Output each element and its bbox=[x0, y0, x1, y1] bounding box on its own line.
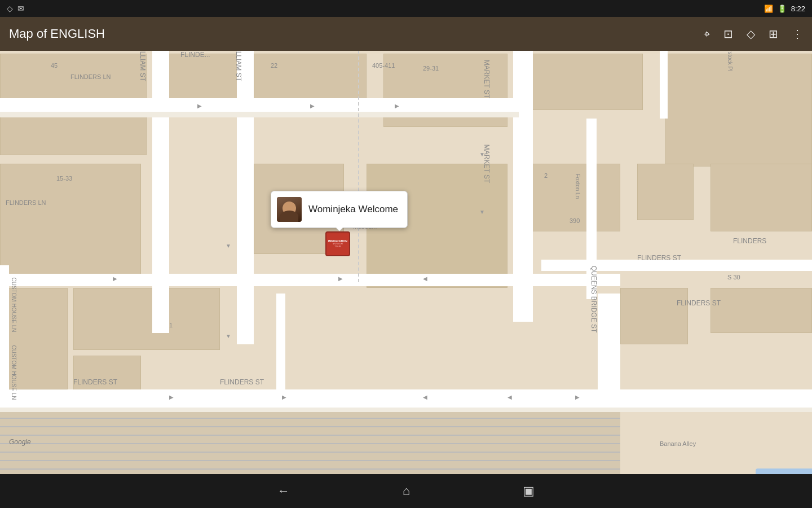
home-button[interactable]: ⌂ bbox=[403, 484, 410, 498]
popup-title: Wominjeka Welcome bbox=[308, 204, 398, 215]
building-2: 2 bbox=[544, 172, 548, 179]
flinders-st-label-2: FLINDERS ST bbox=[220, 378, 264, 386]
arrow-10: ◀ bbox=[423, 275, 427, 282]
arrow-6: ▼ bbox=[226, 243, 231, 249]
arrow-15: ▶ bbox=[575, 394, 580, 400]
arrow-7: ▼ bbox=[226, 333, 231, 339]
flinders-ln-label: FLINDERS LN bbox=[70, 73, 111, 80]
page-title: Map of ENGLISH bbox=[9, 27, 105, 41]
building-390: 390 bbox=[570, 217, 580, 224]
banana-alley-label: Banana Alley bbox=[660, 440, 696, 447]
market-st-label-2: MARKET ST bbox=[483, 144, 491, 183]
status-bar: ◇ ✉ 📶 🔋 8:22 bbox=[0, 0, 812, 17]
wifi-icon: 📶 bbox=[764, 5, 773, 13]
battery-icon: 🔋 bbox=[778, 5, 787, 13]
arrow-8: ▶ bbox=[113, 275, 117, 282]
flinde-label-top: FLINDE... bbox=[180, 51, 210, 59]
message-icon: ✉ bbox=[17, 4, 24, 13]
toolbar-icons: ⌖ ⊡ ◇ ⊞ ⋮ bbox=[704, 27, 803, 41]
arrow-14: ◀ bbox=[508, 394, 512, 400]
flinders-label-4: FLINDERS bbox=[733, 237, 766, 245]
arrow-3: ▶ bbox=[395, 103, 399, 109]
queens-bridge-label: QUEENS BRIDGE ST bbox=[590, 266, 598, 333]
flinders-st-label-5: FLINDERS ST bbox=[677, 299, 721, 307]
building-1: 1 bbox=[169, 322, 173, 329]
william-st-label-2: WILLIAM ST bbox=[235, 51, 242, 81]
map-canvas[interactable]: WILLIAM ST WILLIAM ST FLINDERS LN FLINDE… bbox=[0, 51, 812, 485]
back-button[interactable]: ← bbox=[277, 484, 290, 498]
building-45: 45 bbox=[51, 62, 58, 69]
more-button[interactable]: ⋮ bbox=[792, 27, 803, 41]
foxton-ln-label: Foxton Ln bbox=[575, 174, 581, 199]
flinders-st-label-3: FLINDERS ST bbox=[637, 254, 681, 262]
notification-icon: ◇ bbox=[7, 4, 13, 13]
building-405-411: 405-411 bbox=[372, 62, 395, 69]
arrow-13: ◀ bbox=[423, 394, 427, 400]
avatar bbox=[277, 197, 302, 222]
building-22: 22 bbox=[271, 62, 277, 69]
s30-label: S 30 bbox=[727, 274, 740, 281]
avatar-body bbox=[280, 211, 298, 222]
popup-callout[interactable]: Wominjeka Welcome bbox=[271, 191, 408, 228]
recents-button[interactable]: ▣ bbox=[523, 484, 535, 498]
william-st-label-1: WILLIAM ST bbox=[139, 51, 147, 81]
layers-button[interactable]: ⊞ bbox=[769, 27, 778, 41]
arrow-1: ▶ bbox=[197, 103, 202, 109]
arrow-2: ▶ bbox=[310, 103, 315, 109]
museum-icon-text-3: TOUR bbox=[334, 246, 341, 248]
clock: 8:22 bbox=[791, 5, 805, 13]
avatar-image bbox=[277, 197, 302, 222]
status-right-icons: 📶 🔋 8:22 bbox=[764, 5, 805, 13]
arrow-9: ▶ bbox=[338, 275, 343, 282]
custom-house-ln-label: CUSTOM HOUSE LN bbox=[11, 277, 17, 332]
expand-button[interactable]: ⊡ bbox=[723, 27, 733, 41]
top-bar: Map of ENGLISH ⌖ ⊡ ◇ ⊞ ⋮ bbox=[0, 17, 812, 51]
google-logo: Google bbox=[9, 438, 31, 446]
building-15-33: 15-33 bbox=[56, 175, 72, 182]
building-29-31: 29-31 bbox=[423, 65, 439, 72]
flinders-st-label-1: FLINDERS ST bbox=[73, 378, 117, 386]
custom-house-ln-label-2: CUSTOM HOUSE LN bbox=[11, 345, 17, 400]
arrow-12: ▶ bbox=[282, 394, 286, 400]
status-left-icons: ◇ ✉ bbox=[7, 4, 24, 13]
directions-button[interactable]: ◇ bbox=[747, 27, 755, 41]
warstock-pl-label: Warstock Pl bbox=[727, 51, 733, 71]
arrow-11: ▶ bbox=[169, 394, 174, 400]
map-area[interactable]: WILLIAM ST WILLIAM ST FLINDERS LN FLINDE… bbox=[0, 51, 812, 485]
arrow-5: ▼ bbox=[479, 209, 485, 215]
navigation-button[interactable]: ⌖ bbox=[704, 28, 710, 41]
bottom-nav-bar: ← ⌂ ▣ bbox=[0, 474, 812, 508]
flinders-ln-left-label: FLINDERS LN bbox=[6, 199, 46, 206]
market-st-label: MARKET ST bbox=[483, 60, 491, 98]
arrow-4: ▼ bbox=[479, 151, 485, 157]
